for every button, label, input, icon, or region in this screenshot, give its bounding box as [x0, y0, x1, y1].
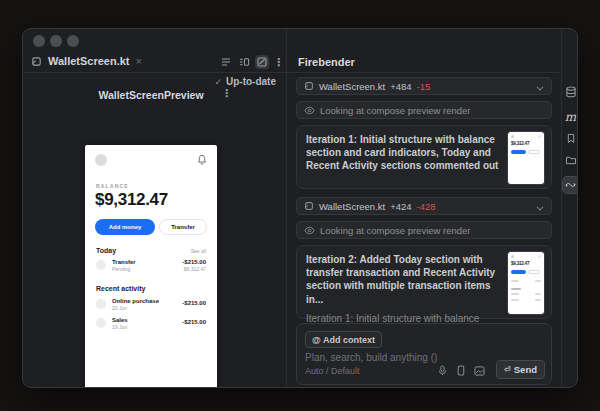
transaction-sub: 19 Jun [112, 324, 127, 330]
transaction-amount: -$215.00 [182, 319, 206, 325]
message-text: Iteration 1: Initial structure with bala… [306, 133, 502, 173]
tab-close-icon[interactable]: × [136, 55, 142, 67]
tab-title: WalletScreen.kt [48, 55, 130, 67]
microphone-icon[interactable] [438, 365, 447, 376]
action-chip[interactable]: Looking at compose preview render [296, 221, 552, 239]
firebender-sync-icon[interactable] [562, 176, 579, 194]
editor-tab-bar: WalletScreen.kt × ⋮ [23, 51, 286, 73]
file-diff-chip[interactable]: WalletScreen.kt +424 -428 [296, 197, 552, 215]
device-icon[interactable] [457, 365, 465, 376]
image-icon[interactable] [474, 366, 485, 376]
preview-thumbnail[interactable]: $9,312.47 [508, 252, 544, 314]
see-all-link[interactable]: See all [191, 248, 206, 254]
add-money-button[interactable]: Add money [95, 219, 155, 235]
message-text: Iteration 2: Added Today section with tr… [306, 253, 502, 306]
action-label: Looking at compose preview render [320, 105, 471, 116]
wallet-phone-preview: BALANCE $9,312.47 Add money Transfer Tod… [85, 145, 217, 388]
return-icon: ⏎ [504, 365, 511, 374]
m-plugin-icon[interactable]: m [565, 110, 576, 124]
transaction-icon [96, 318, 106, 328]
transaction-amount: -$215.00 [182, 300, 206, 306]
bell-icon[interactable] [197, 154, 207, 165]
transaction-sub: Pending [112, 266, 130, 272]
avatar[interactable] [95, 154, 107, 166]
chat-input[interactable] [305, 351, 485, 364]
transaction-name: Online purchase [112, 298, 159, 304]
preview-title: WalletScreenPreview [98, 89, 203, 101]
model-selector[interactable]: Auto / Default [305, 366, 360, 376]
preview-thumbnail[interactable]: $9,312.47 [508, 132, 544, 184]
transaction-icon [96, 260, 106, 270]
preview-status: Up-to-date [226, 76, 276, 87]
ide-window: WalletScreen.kt × ⋮ ✓ Up-to-date WalletS… [22, 28, 578, 388]
file-name: WalletScreen.kt [319, 201, 385, 212]
action-chip[interactable]: Looking at compose preview render [296, 101, 552, 119]
action-label: Looking at compose preview render [320, 225, 471, 236]
eye-icon [304, 106, 315, 115]
code-view-icon[interactable] [219, 55, 233, 69]
balance-label: BALANCE [96, 183, 129, 189]
file-name: WalletScreen.kt [319, 81, 385, 92]
send-button[interactable]: ⏎ Send [496, 360, 545, 379]
check-icon: ✓ [214, 77, 222, 87]
recent-activity-heading: Recent activity [96, 285, 145, 292]
file-icon [304, 81, 314, 91]
bookmark-icon[interactable] [566, 133, 575, 144]
diff-removed: -428 [417, 201, 436, 212]
eye-icon [304, 226, 315, 235]
diff-removed: -15 [417, 81, 431, 92]
assistant-message: Iteration 2: Added Today section with tr… [296, 245, 552, 319]
send-label: Send [514, 364, 537, 375]
transaction-name: Sales [112, 317, 128, 323]
close-button[interactable] [33, 35, 45, 47]
file-icon [304, 201, 314, 211]
transaction-amount: -$215.00 [182, 259, 206, 265]
preview-pane: ✓ Up-to-date WalletScreenPreview ⋮ BALAN… [23, 73, 286, 388]
balance-value: $9,312.47 [95, 190, 168, 210]
today-heading: Today [96, 247, 116, 254]
transaction-sub: 20 Jun [112, 305, 127, 311]
tab-walletscreen[interactable]: WalletScreen.kt × [31, 55, 142, 67]
zoom-button[interactable] [67, 35, 79, 47]
chevron-down-icon[interactable] [536, 202, 544, 210]
compose-file-icon [31, 56, 42, 67]
diff-added: +484 [390, 81, 411, 92]
panel-title: Firebender [298, 56, 355, 68]
transaction-icon [96, 299, 106, 309]
assistant-message: Iteration 1: Initial structure with bala… [296, 125, 552, 189]
chevron-down-icon[interactable] [536, 82, 544, 90]
diff-added: +424 [390, 201, 411, 212]
transaction-amount-sub: $9,312.47 [184, 266, 206, 272]
editor-menu-icon[interactable]: ⋮ [273, 56, 284, 69]
database-icon[interactable] [565, 86, 576, 98]
tool-strip: m [561, 29, 578, 388]
file-diff-chip[interactable]: WalletScreen.kt +484 -15 [296, 77, 552, 95]
preview-view-icon[interactable] [255, 55, 269, 69]
transfer-button[interactable]: Transfer [159, 219, 207, 235]
folder-icon[interactable] [565, 155, 576, 165]
minimize-button[interactable] [50, 35, 62, 47]
preview-menu-icon[interactable]: ⋮ [221, 87, 232, 100]
add-context-button[interactable]: @ Add context [305, 331, 382, 348]
firebender-panel: Firebender WalletScreen.kt +484 -15 Look… [286, 29, 561, 388]
chat-input-box: @ Add context Auto / Default ⏎ Send [296, 323, 552, 385]
split-view-icon[interactable] [237, 55, 251, 69]
transaction-name: Transfer [112, 259, 136, 265]
